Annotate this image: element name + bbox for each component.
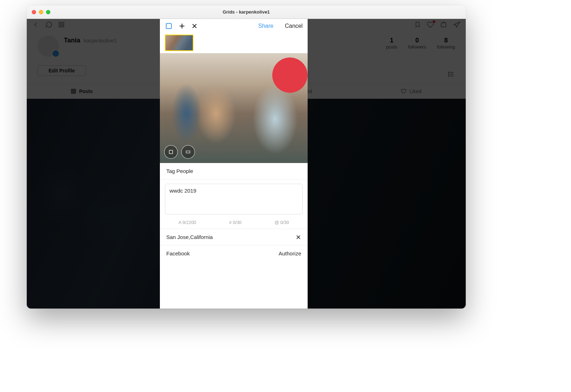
aspect-ratio-icon[interactable] bbox=[165, 22, 173, 30]
mention-counter: @ 0/30 bbox=[274, 220, 289, 225]
media-preview[interactable] bbox=[160, 53, 308, 163]
location-value: San Jose,California bbox=[166, 234, 213, 240]
location-row[interactable]: San Jose,California bbox=[160, 229, 308, 245]
app-window: Grids - karpenkolive1 bbox=[27, 5, 466, 309]
crop-landscape-button[interactable] bbox=[181, 145, 195, 159]
remove-media-icon[interactable] bbox=[191, 23, 198, 29]
char-counter: A 9/2200 bbox=[178, 220, 196, 225]
caption-input[interactable]: wwdc 2019 bbox=[165, 184, 303, 214]
tag-people-label: Tag People bbox=[166, 168, 193, 174]
cancel-button[interactable]: Cancel bbox=[285, 23, 303, 29]
compose-toolbar: Share Cancel bbox=[160, 19, 308, 33]
compose-panel: Share Cancel Tag People bbox=[160, 19, 308, 309]
media-thumbnails bbox=[160, 33, 308, 53]
authorize-button[interactable]: Authorize bbox=[279, 250, 301, 256]
clear-location-icon[interactable] bbox=[295, 234, 301, 240]
facebook-share-row[interactable]: Facebook Authorize bbox=[160, 245, 308, 261]
svg-rect-11 bbox=[166, 24, 172, 29]
content-area: Tania karpenkolive1 1 posts 0 follower bbox=[27, 19, 466, 309]
add-media-icon[interactable] bbox=[178, 22, 186, 30]
crop-square-button[interactable] bbox=[164, 145, 178, 159]
svg-rect-12 bbox=[169, 150, 172, 153]
tag-people-row[interactable]: Tag People bbox=[160, 163, 308, 179]
share-button[interactable]: Share bbox=[258, 23, 273, 29]
hashtag-counter: # 0/30 bbox=[229, 220, 242, 225]
window-title: Grids - karpenkolive1 bbox=[27, 9, 466, 15]
caption-area: wwdc 2019 bbox=[160, 179, 308, 217]
share-target-label: Facebook bbox=[166, 250, 190, 256]
titlebar: Grids - karpenkolive1 bbox=[27, 5, 466, 19]
caption-counters: A 9/2200 # 0/30 @ 0/30 bbox=[160, 217, 308, 229]
svg-rect-13 bbox=[186, 151, 190, 153]
media-thumbnail-selected[interactable] bbox=[165, 35, 193, 51]
